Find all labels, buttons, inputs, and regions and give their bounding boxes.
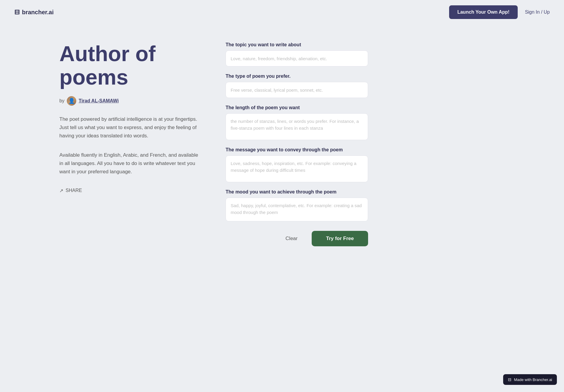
try-button[interactable]: Try for Free [312,231,368,246]
made-with-badge: ⊟ Made with Brancher.ai [503,374,557,385]
author-name[interactable]: Tirad AL-SAMAWi [79,98,119,104]
header-right: Launch Your Own App! Sign In / Up [449,5,550,19]
field-group-type: The type of poem you prefer. [226,74,368,98]
message-input[interactable] [226,155,368,182]
length-input[interactable] [226,113,368,140]
sign-in-link[interactable]: Sign In / Up [525,9,550,15]
left-column: Author of poems by Tirad AL-SAMAWi The p… [59,42,202,193]
field-group-mood: The mood you want to achieve through the… [226,189,368,221]
mood-input[interactable] [226,198,368,221]
description-2: Available fluently in English, Arabic, a… [59,151,202,176]
field-group-message: The message you want to convey through t… [226,147,368,182]
right-column: The topic you want to write about The ty… [226,42,368,246]
brancher-icon: ⊟ [508,377,511,382]
type-input[interactable] [226,82,368,98]
topic-input[interactable] [226,50,368,66]
logo-text: brancher.ai [22,9,54,16]
main-content: Author of poems by Tirad AL-SAMAWi The p… [0,24,564,264]
field-group-length: The length of the poem you want [226,105,368,140]
share-icon: ↗ [59,188,63,193]
share-button[interactable]: ↗ SHARE [59,188,82,193]
made-with-text: Made with Brancher.ai [514,377,552,382]
buttons-row: Clear Try for Free [226,231,368,246]
share-label: SHARE [66,188,82,193]
field-label-type: The type of poem you prefer. [226,74,368,79]
field-label-message: The message you want to convey through t… [226,147,368,153]
app-title: Author of poems [59,42,202,89]
by-text: by [59,98,64,104]
description-1: The poet powered by artificial intellige… [59,115,202,140]
field-label-mood: The mood you want to achieve through the… [226,189,368,195]
logo-icon: ⊟ [14,8,20,16]
avatar [67,96,76,106]
field-label-topic: The topic you want to write about [226,42,368,47]
logo[interactable]: ⊟ brancher.ai [14,8,54,16]
field-group-topic: The topic you want to write about [226,42,368,66]
author-row: by Tirad AL-SAMAWi [59,96,202,106]
header: ⊟ brancher.ai Launch Your Own App! Sign … [0,0,564,24]
clear-button[interactable]: Clear [278,232,305,245]
field-label-length: The length of the poem you want [226,105,368,110]
launch-button[interactable]: Launch Your Own App! [449,5,518,19]
